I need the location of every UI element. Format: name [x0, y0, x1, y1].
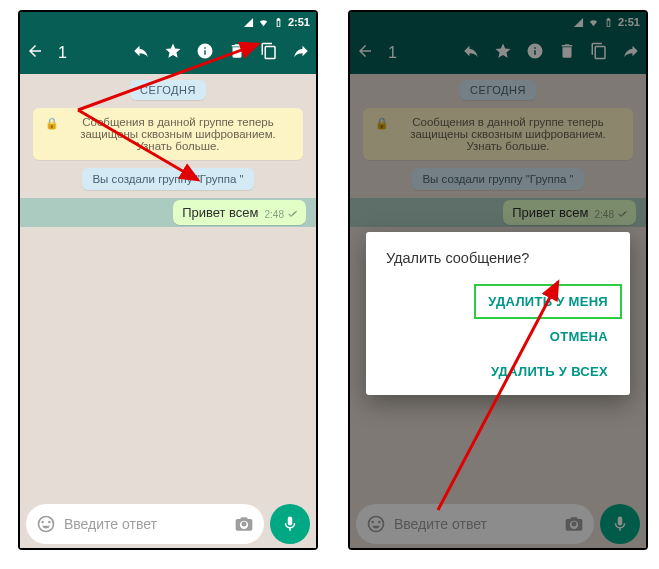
phone-frame-right: 2:51 1 СЕГОДНЯ 🔒 Сообщения в данной груп… [348, 10, 648, 550]
emoji-icon[interactable] [36, 514, 56, 534]
screen: 2:51 1 СЕГОДНЯ 🔒 Сообщения в данной груп… [20, 12, 316, 548]
clock: 2:51 [288, 16, 310, 28]
input-placeholder: Введите ответ [64, 516, 226, 532]
status-bar: 2:51 [20, 12, 316, 32]
lock-icon: 🔒 [45, 117, 59, 130]
cancel-button[interactable]: ОТМЕНА [536, 319, 622, 354]
message-text: Привет всем [182, 205, 258, 220]
dialog-actions: УДАЛИТЬ У МЕНЯ ОТМЕНА УДАЛИТЬ У ВСЕХ [386, 284, 622, 389]
message-row-selected[interactable]: Привет всем 2:48 [20, 198, 316, 227]
mic-button[interactable] [270, 504, 310, 544]
encryption-text: Сообщения в данной группе теперь защищен… [65, 116, 291, 152]
trash-icon[interactable] [228, 42, 246, 64]
selection-toolbar: 1 [20, 32, 316, 74]
dialog-title: Удалить сообщение? [386, 250, 622, 266]
system-message: Вы создали группу "Группа " [82, 168, 253, 190]
phone-frame-left: 2:51 1 СЕГОДНЯ 🔒 Сообщения в данной груп… [18, 10, 318, 550]
message-bubble-out[interactable]: Привет всем 2:48 [173, 200, 306, 225]
signal-icon [243, 17, 254, 28]
message-input[interactable]: Введите ответ [26, 504, 264, 544]
message-meta: 2:48 [265, 208, 298, 220]
wifi-icon [258, 17, 269, 28]
selection-count: 1 [58, 44, 132, 62]
back-arrow-icon[interactable] [26, 42, 44, 64]
read-ticks-icon [286, 208, 298, 220]
info-icon[interactable] [196, 42, 214, 64]
delete-dialog: Удалить сообщение? УДАЛИТЬ У МЕНЯ ОТМЕНА… [366, 232, 630, 395]
copy-icon[interactable] [260, 42, 278, 64]
screen: 2:51 1 СЕГОДНЯ 🔒 Сообщения в данной груп… [350, 12, 646, 548]
battery-icon [273, 17, 284, 28]
input-bar: Введите ответ [20, 500, 316, 548]
delete-for-all-button[interactable]: УДАЛИТЬ У ВСЕХ [477, 354, 622, 389]
camera-icon[interactable] [234, 514, 254, 534]
delete-for-me-button[interactable]: УДАЛИТЬ У МЕНЯ [474, 284, 622, 319]
chat-area: СЕГОДНЯ 🔒 Сообщения в данной группе тепе… [20, 74, 316, 500]
mic-icon [281, 515, 299, 533]
message-time: 2:48 [265, 209, 284, 220]
encryption-notice[interactable]: 🔒 Сообщения в данной группе теперь защищ… [33, 108, 303, 160]
toolbar-actions [132, 42, 310, 64]
date-chip: СЕГОДНЯ [130, 80, 206, 100]
reply-icon[interactable] [132, 42, 150, 64]
star-icon[interactable] [164, 42, 182, 64]
forward-icon[interactable] [292, 42, 310, 64]
